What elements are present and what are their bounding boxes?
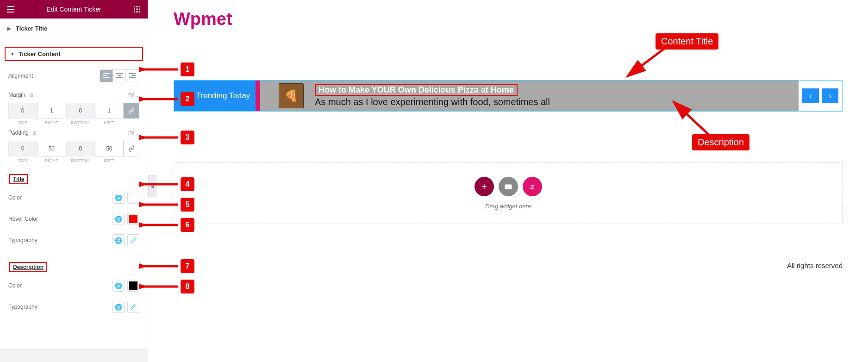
annotation-marker: 4 <box>181 177 194 191</box>
ticker-nav: ‹ › <box>799 81 842 111</box>
ticker-content-area: 🍕 How to Make YOUR Own Delicious Pizza a… <box>260 81 799 111</box>
global-typography-button[interactable]: 🌐 <box>112 234 125 246</box>
typography-edit-button[interactable] <box>127 234 139 246</box>
desc-color-swatch[interactable] <box>127 280 139 292</box>
desc-color-row: Color 🌐 <box>0 275 148 296</box>
alignment-control <box>100 69 139 82</box>
content-title[interactable]: How to Make YOUR Own Delicious Pizza at … <box>315 84 518 96</box>
header-title: Edit Content Ticker <box>46 6 101 13</box>
margin-link-toggle[interactable] <box>124 103 139 119</box>
margin-left-input[interactable] <box>95 103 124 119</box>
svg-rect-4 <box>137 9 138 10</box>
annotation-marker: 6 <box>181 218 194 232</box>
title-hover-color-swatch[interactable] <box>127 213 139 225</box>
padding-top-input[interactable] <box>8 141 37 156</box>
margin-top-input[interactable] <box>8 103 37 119</box>
ticker-text: How to Make YOUR Own Delicious Pizza at … <box>315 84 550 107</box>
dim-label: BOTTOM <box>71 120 90 125</box>
footer-text: All rights reserved <box>787 262 843 269</box>
dim-label: RIGHT <box>45 120 59 125</box>
badge-text: Trending Today <box>196 91 250 100</box>
annotation-marker: 1 <box>181 62 194 76</box>
sidebar-footer <box>0 349 148 362</box>
typography-label: Typography <box>8 237 37 243</box>
annotation-marker: 3 <box>181 131 194 144</box>
padding-link-toggle[interactable] <box>124 141 139 156</box>
align-right-button[interactable] <box>126 70 139 82</box>
svg-rect-6 <box>134 11 135 12</box>
content-description: As much as I love experimenting with foo… <box>315 97 550 107</box>
color-label: Color <box>8 282 22 289</box>
title-typography-row: Typography 🌐 <box>0 230 148 251</box>
padding-left-input[interactable] <box>95 141 124 156</box>
device-icon[interactable]: 🖥 <box>31 130 37 136</box>
ek-widgets-button[interactable]: Ξ <box>523 177 542 196</box>
global-typography-button[interactable]: 🌐 <box>112 301 125 313</box>
padding-label: Padding <box>8 130 29 136</box>
alignment-label: Alignment <box>8 73 33 79</box>
chevron-down-icon: ▼ <box>10 51 15 56</box>
unit-selector[interactable]: PX ⌄ <box>128 131 139 136</box>
svg-rect-0 <box>134 6 135 7</box>
global-color-button[interactable]: 🌐 <box>112 213 125 225</box>
section-label: Ticker Content <box>19 50 61 57</box>
annotation-content-title: Content Title <box>656 33 718 50</box>
padding-row: Padding🖥 PX ⌄ <box>0 125 148 141</box>
annotation-marker: 8 <box>181 280 194 293</box>
color-label: Color <box>8 194 22 201</box>
arrow-icon <box>620 44 676 81</box>
align-left-button[interactable] <box>100 70 113 82</box>
section-ticker-title[interactable]: ▶ Ticker Title <box>0 19 148 38</box>
margin-bottom-input[interactable] <box>66 103 95 119</box>
title-hover-color-row: Hover Color 🌐 <box>0 208 148 230</box>
margin-right-input[interactable] <box>37 103 66 119</box>
title-subsection: Title <box>9 174 28 184</box>
svg-rect-5 <box>139 9 140 10</box>
svg-line-9 <box>627 49 664 76</box>
apps-grid-icon[interactable] <box>133 5 141 13</box>
ticker-prev-button[interactable]: ‹ <box>802 88 819 103</box>
badge-edge <box>256 81 260 111</box>
device-icon[interactable]: 🖥 <box>28 92 33 98</box>
brand-logo: Wpmet <box>174 9 843 29</box>
svg-rect-7 <box>137 11 138 12</box>
add-section-button[interactable]: + <box>475 177 494 196</box>
padding-inputs: TOP RIGHT BOTTOM LEFT <box>0 141 148 163</box>
template-library-button[interactable] <box>499 177 518 196</box>
dim-label: TOP <box>19 120 27 125</box>
dim-label: LEFT <box>104 158 114 163</box>
desc-typography-row: Typography 🌐 <box>0 296 148 318</box>
padding-bottom-input[interactable] <box>66 141 95 156</box>
align-center-button[interactable] <box>113 70 126 82</box>
svg-rect-1 <box>137 6 138 7</box>
annotation-marker: 2 <box>181 92 194 106</box>
hover-color-label: Hover Color <box>8 216 38 222</box>
svg-rect-3 <box>134 9 135 10</box>
widget-drop-zone[interactable]: + Ξ Drag widget here <box>174 162 843 224</box>
global-color-button[interactable]: 🌐 <box>112 280 125 292</box>
typography-edit-button[interactable] <box>127 301 139 313</box>
title-color-swatch[interactable] <box>127 192 139 204</box>
alignment-row: Alignment <box>0 65 148 87</box>
svg-rect-8 <box>139 11 140 12</box>
ticker-next-button[interactable]: › <box>822 88 838 103</box>
dim-label: LEFT <box>104 120 114 125</box>
sidebar-header: Edit Content Ticker <box>0 0 148 19</box>
chevron-right-icon: ▶ <box>7 26 11 31</box>
margin-label: Margin <box>8 92 25 98</box>
unit-selector[interactable]: PX ⌄ <box>128 93 139 98</box>
ticker-thumbnail: 🍕 <box>279 83 304 108</box>
annotation-description: Description <box>692 134 749 150</box>
margin-inputs: TOP RIGHT BOTTOM LEFT <box>0 103 148 125</box>
drop-hint: Drag widget here <box>485 203 531 210</box>
global-color-button[interactable]: 🌐 <box>112 192 125 204</box>
section-ticker-content[interactable]: ▼ Ticker Content <box>5 47 143 61</box>
editor-sidebar: Edit Content Ticker ▶ Ticker Title ▼ Tic… <box>0 0 148 362</box>
title-color-row: Color 🌐 <box>0 187 148 208</box>
description-subsection: Description <box>9 262 47 272</box>
padding-right-input[interactable] <box>37 141 66 156</box>
section-label: Ticker Title <box>16 25 47 32</box>
hamburger-icon[interactable] <box>6 5 15 13</box>
annotation-marker: 7 <box>181 259 194 273</box>
preview-canvas: Wpmet Trending Today 🍕 How to Make YOUR … <box>148 0 868 362</box>
